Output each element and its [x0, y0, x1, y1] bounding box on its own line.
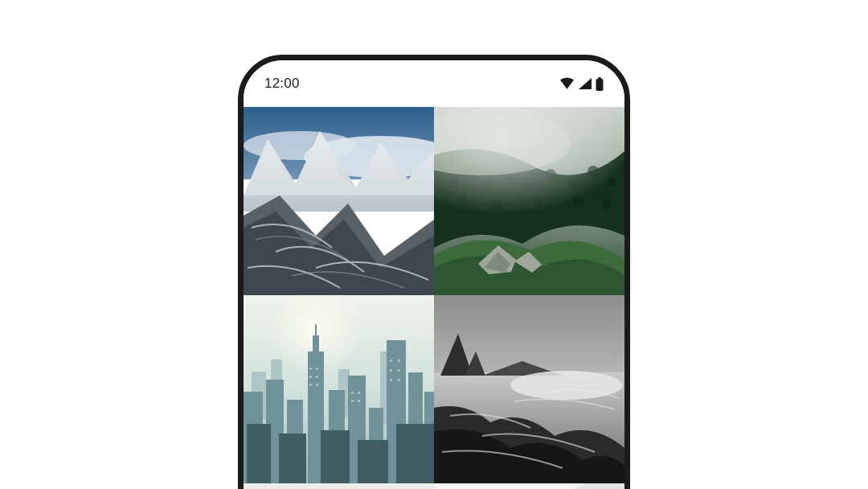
photo-light-2[interactable]: [434, 483, 624, 489]
svg-rect-55: [316, 376, 318, 378]
svg-rect-75: [244, 483, 434, 489]
svg-rect-54: [309, 376, 312, 378]
status-icons-group: [559, 77, 604, 91]
svg-rect-0: [598, 77, 601, 79]
photo-light-1[interactable]: [244, 483, 434, 489]
battery-icon: [596, 77, 604, 91]
svg-rect-62: [390, 379, 392, 381]
svg-rect-1: [596, 79, 604, 91]
status-bar: 12:00: [244, 60, 624, 107]
svg-rect-58: [390, 360, 392, 362]
svg-rect-67: [358, 400, 360, 402]
photo-forest-fog[interactable]: [434, 107, 624, 295]
photo-coast-rocks[interactable]: [434, 295, 624, 483]
svg-rect-50: [358, 440, 388, 483]
svg-rect-49: [321, 430, 350, 483]
svg-point-73: [510, 371, 623, 400]
svg-rect-56: [309, 384, 312, 386]
svg-rect-61: [398, 369, 400, 372]
cellular-signal-icon: [578, 77, 592, 90]
svg-rect-39: [313, 335, 319, 355]
photo-city-skyline[interactable]: [244, 295, 434, 483]
svg-rect-65: [358, 392, 360, 394]
svg-rect-51: [396, 424, 434, 483]
svg-point-4: [244, 131, 356, 160]
photo-grid[interactable]: [244, 107, 624, 489]
svg-rect-47: [247, 424, 271, 483]
svg-rect-40: [315, 324, 317, 337]
svg-rect-60: [390, 369, 392, 372]
svg-rect-53: [316, 368, 318, 370]
svg-rect-48: [279, 434, 306, 483]
svg-rect-59: [398, 360, 400, 362]
photo-mountains-snow[interactable]: [244, 107, 434, 295]
status-time: 12:00: [264, 76, 300, 92]
svg-rect-66: [351, 400, 354, 402]
stage: 12:00: [0, 0, 868, 489]
svg-rect-64: [351, 392, 354, 394]
svg-rect-52: [309, 368, 312, 370]
svg-rect-57: [316, 384, 318, 386]
svg-rect-63: [398, 379, 400, 381]
wifi-icon: [559, 77, 575, 90]
phone-frame: 12:00: [238, 55, 630, 489]
